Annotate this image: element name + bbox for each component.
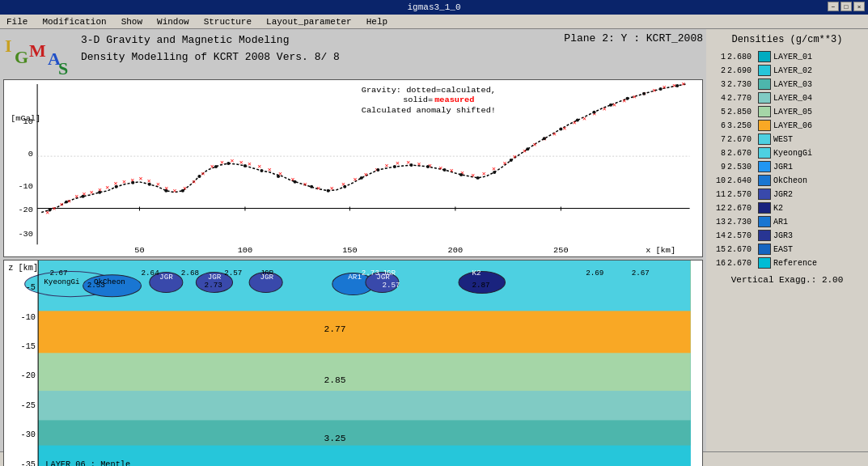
svg-point-109 <box>343 185 346 189</box>
legend-density-value: 2.670 <box>727 204 758 213</box>
svg-text:JGR: JGR <box>159 273 173 282</box>
svg-text:JGR: JGR <box>260 273 273 282</box>
svg-text:OkCheon: OkCheon <box>94 277 125 286</box>
maximize-button[interactable]: □ <box>840 2 852 11</box>
legend-color-swatch <box>758 230 771 241</box>
gravity-svg: 10 0 -10 -20 -30 [mGal] 50 100 150 200 2… <box>4 80 702 256</box>
svg-text:✕: ✕ <box>173 187 177 194</box>
menu-item-show[interactable]: Show <box>118 16 146 28</box>
igmas-logo: I G M A S <box>3 32 68 78</box>
svg-text:250: 250 <box>553 246 568 255</box>
legend-density-value: 2.680 <box>727 53 758 61</box>
svg-text:✕: ✕ <box>663 83 667 91</box>
legend-layer-name: EAST <box>773 245 793 254</box>
svg-point-119 <box>510 159 513 162</box>
legend-density-value: 2.690 <box>727 66 758 75</box>
svg-text:KyeongGi: KyeongGi <box>44 277 80 286</box>
svg-text:✕: ✕ <box>417 160 421 167</box>
legend-row: 122.670K2 <box>709 201 865 214</box>
menu-item-file[interactable]: File <box>3 16 31 28</box>
svg-text:-5: -5 <box>26 282 36 292</box>
legend-number: 2 <box>709 66 726 75</box>
minimize-button[interactable]: − <box>828 2 839 11</box>
legend-color-swatch <box>758 175 771 186</box>
close-button[interactable]: × <box>853 2 865 11</box>
svg-text:✕: ✕ <box>105 184 109 191</box>
legend-number: 11 <box>709 190 726 199</box>
svg-text:2.87: 2.87 <box>472 281 489 290</box>
menu-item-help[interactable]: Help <box>363 16 391 28</box>
menu-item-window[interactable]: Window <box>154 16 193 28</box>
menu-item-structure[interactable]: Structure <box>201 16 255 28</box>
svg-point-129 <box>675 84 679 87</box>
legend-row: 132.730AR1 <box>709 215 865 228</box>
legend-layer-name: OkCheon <box>773 176 807 185</box>
svg-text:[mGal]: [mGal] <box>11 114 40 123</box>
legend-layer-name: JGR1 <box>773 163 793 172</box>
svg-text:✕: ✕ <box>354 176 358 183</box>
legend-layer-name: LAYER_06 <box>773 121 812 130</box>
legend-density-value: 2.730 <box>727 80 758 89</box>
menu-bar: FileModificationShowWindowStructureLayou… <box>0 15 868 29</box>
svg-point-106 <box>294 180 297 184</box>
svg-text:-25: -25 <box>21 400 36 410</box>
svg-text:measured: measured <box>434 95 474 104</box>
svg-point-103 <box>243 164 247 167</box>
svg-point-122 <box>559 127 562 130</box>
legend-row: 152.670EAST <box>709 243 865 256</box>
svg-text:-10: -10 <box>18 182 32 191</box>
left-panel: I G M A S 3-D Gravity and Magnetic Model… <box>0 29 706 451</box>
legend-number: 15 <box>709 245 726 254</box>
svg-text:✕: ✕ <box>257 163 261 170</box>
legend-layer-name: Reference <box>773 259 817 268</box>
svg-text:✕: ✕ <box>562 125 566 133</box>
svg-text:✕: ✕ <box>201 170 205 177</box>
svg-text:✕: ✕ <box>53 205 57 212</box>
legend-number: 1 <box>709 53 726 61</box>
svg-text:✕: ✕ <box>502 159 506 167</box>
svg-text:JGR: JGR <box>376 273 390 282</box>
svg-point-126 <box>625 97 629 100</box>
right-panel: Densities (g/cm**3) 12.680LAYER_0122.690… <box>706 29 868 451</box>
svg-point-100 <box>197 175 201 178</box>
menu-item-modification[interactable]: Modification <box>39 16 109 28</box>
depth-svg: z [km] -5 -10 -15 -20 -25 -30 -35 50 100… <box>4 261 702 466</box>
svg-text:100: 100 <box>238 246 252 255</box>
legend-color-swatch <box>758 257 771 269</box>
svg-text:✕: ✕ <box>582 115 586 122</box>
legend-color-swatch <box>758 120 771 131</box>
menu-item-layout_parameter[interactable]: Layout_parameter <box>263 16 355 28</box>
densities-title: Densities (g/cm**3) <box>709 34 865 45</box>
svg-text:✕: ✕ <box>450 167 454 174</box>
legend-row: 63.250LAYER_06 <box>709 119 865 132</box>
svg-point-110 <box>360 176 363 180</box>
legend-color-swatch <box>758 92 771 104</box>
legend-number: 4 <box>709 94 726 103</box>
legend-density-value: 2.570 <box>727 190 758 199</box>
svg-point-125 <box>609 104 612 107</box>
plane-info: Plane 2: Y : KCRT_2008 <box>564 32 703 44</box>
legend-row: 112.570JGR2 <box>709 188 865 201</box>
svg-point-104 <box>260 169 263 172</box>
svg-text:2.73: 2.73 <box>205 281 222 290</box>
svg-text:✕: ✕ <box>74 193 78 200</box>
svg-text:AR1: AR1 <box>348 273 362 282</box>
legend-density-value: 2.770 <box>727 94 758 103</box>
svg-text:✕: ✕ <box>67 197 71 205</box>
svg-point-112 <box>393 165 396 168</box>
svg-point-116 <box>459 173 463 176</box>
svg-text:✕: ✕ <box>156 180 160 188</box>
legend-number: 7 <box>709 135 726 144</box>
svg-text:S: S <box>58 58 68 78</box>
svg-text:2.67: 2.67 <box>50 269 68 277</box>
svg-point-105 <box>277 175 280 178</box>
legend-density-value: 2.850 <box>727 108 758 116</box>
svg-text:✕: ✕ <box>316 184 320 192</box>
svg-text:2.57: 2.57 <box>382 281 400 290</box>
legend-color-swatch <box>758 202 771 214</box>
legend-density-value: 3.250 <box>727 121 758 130</box>
legend-color-swatch <box>758 78 771 90</box>
legend-row: 32.730LAYER_03 <box>709 78 865 91</box>
svg-text:0: 0 <box>28 150 33 159</box>
svg-text:2.85: 2.85 <box>324 375 346 385</box>
